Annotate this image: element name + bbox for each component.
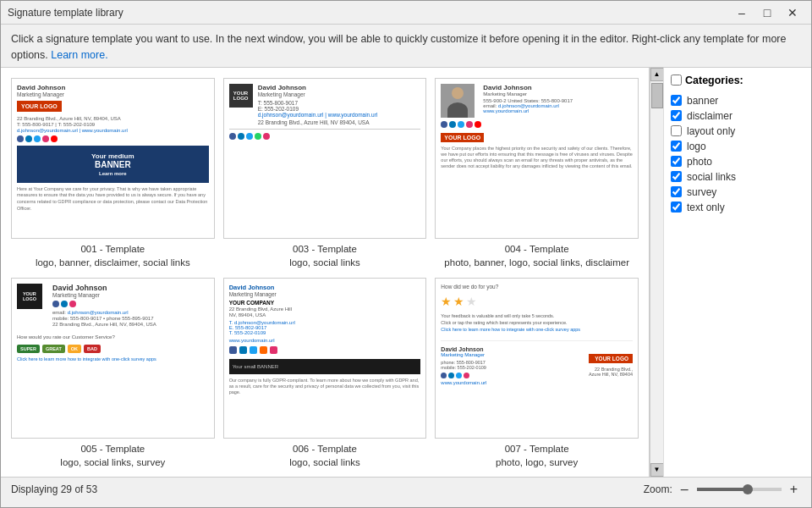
template-label-001: 001 - Template logo, banner, disclaimer,…: [36, 242, 190, 269]
template-label-007: 007 - Template photo, logo, survey: [496, 442, 578, 469]
template-preview-007: How did we do for you? ★ ★ ★ Your feedba…: [435, 278, 639, 439]
scroll-down-button[interactable]: ▼: [650, 463, 664, 477]
template-preview-006: David Johnson Marketing Manager YOUR COM…: [223, 278, 427, 439]
category-survey[interactable]: survey: [671, 185, 804, 200]
title-bar-left: Signature template library: [8, 7, 123, 19]
category-social-links[interactable]: social links: [671, 169, 804, 185]
template-grid-container[interactable]: David Johnson Marketing Manager YOUR LOG…: [1, 68, 650, 477]
category-disclaimer[interactable]: disclaimer: [671, 108, 804, 124]
template-item-004[interactable]: David Johnson Marketing Manager 555-900-…: [435, 78, 639, 269]
template-label-006: 006 - Template logo, social links: [289, 442, 360, 469]
template-preview-004: David Johnson Marketing Manager 555-900-…: [435, 78, 639, 239]
template-label-004: 004 - Template photo, banner, logo, soci…: [444, 242, 629, 269]
learn-more-link[interactable]: Learn more.: [51, 49, 107, 61]
category-banner[interactable]: banner: [671, 93, 804, 108]
template-item-006[interactable]: David Johnson Marketing Manager YOUR COM…: [223, 278, 427, 469]
title-bar-controls: – □ ✕: [730, 3, 804, 22]
template-preview-003: YOURLOGO David Johnson Marketing Manager…: [223, 78, 427, 239]
category-logo-checkbox[interactable]: [671, 141, 682, 152]
category-layout-only[interactable]: layout only: [671, 124, 804, 139]
category-logo[interactable]: logo: [671, 139, 804, 154]
category-banner-checkbox[interactable]: [671, 95, 682, 106]
category-layout-only-checkbox[interactable]: [671, 125, 682, 136]
zoom-slider[interactable]: [697, 488, 782, 491]
category-photo-checkbox[interactable]: [671, 156, 682, 167]
category-text-only-checkbox[interactable]: [671, 202, 682, 213]
grid-scroll-area: David Johnson Marketing Manager YOUR LOG…: [1, 68, 663, 477]
header-description: Click a signature template you want to u…: [1, 25, 811, 67]
close-button[interactable]: ✕: [781, 3, 804, 22]
zoom-minus-button[interactable]: –: [678, 482, 692, 497]
template-preview-005: YOURLOGO David Johnson Marketing Manager: [11, 278, 215, 439]
category-list: banner disclaimer layout only logo photo…: [671, 93, 804, 215]
zoom-control: Zoom: – +: [644, 482, 801, 497]
categories-title: Categories:: [671, 75, 804, 86]
template-item-005[interactable]: YOURLOGO David Johnson Marketing Manager: [11, 278, 215, 469]
title-bar: Signature template library – □ ✕: [1, 1, 811, 25]
header-text: Click a signature template you want to u…: [11, 33, 786, 61]
category-text-only[interactable]: text only: [671, 200, 804, 215]
zoom-label: Zoom:: [644, 483, 672, 495]
template-grid: David Johnson Marketing Manager YOUR LOG…: [8, 75, 642, 472]
sidebar-categories: Categories: banner disclaimer layout onl…: [663, 68, 811, 477]
displaying-count: Displaying 29 of 53: [11, 483, 97, 495]
scroll-up-button[interactable]: ▲: [650, 68, 664, 81]
main-area: David Johnson Marketing Manager YOUR LOG…: [1, 67, 811, 477]
template-item-001[interactable]: David Johnson Marketing Manager YOUR LOG…: [11, 78, 215, 269]
template-item-007[interactable]: How did we do for you? ★ ★ ★ Your feedba…: [435, 278, 639, 469]
app-title: Signature template library: [8, 7, 123, 19]
template-label-005: 005 - Template logo, social links, surve…: [60, 442, 165, 469]
template-preview-001: David Johnson Marketing Manager YOUR LOG…: [11, 78, 215, 239]
category-photo[interactable]: photo: [671, 154, 804, 169]
category-social-links-checkbox[interactable]: [671, 171, 682, 182]
minimize-button[interactable]: –: [730, 3, 754, 22]
scrollbar-track: ▲ ▼: [650, 68, 663, 477]
zoom-plus-button[interactable]: +: [787, 482, 801, 497]
category-survey-checkbox[interactable]: [671, 186, 682, 197]
maximize-button[interactable]: □: [755, 3, 779, 22]
template-label-003: 003 - Template logo, social links: [289, 242, 360, 269]
status-bar: Displaying 29 of 53 Zoom: – +: [1, 477, 811, 502]
scroll-thumb[interactable]: [651, 83, 663, 108]
categories-main-checkbox[interactable]: [671, 75, 682, 86]
template-item-003[interactable]: YOURLOGO David Johnson Marketing Manager…: [223, 78, 427, 269]
category-disclaimer-checkbox[interactable]: [671, 110, 682, 121]
